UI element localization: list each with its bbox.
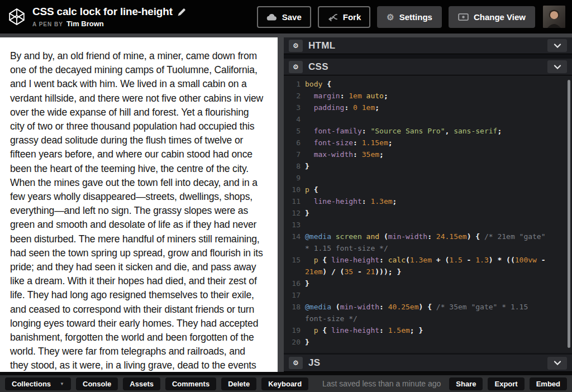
embed-button[interactable]: Embed [530, 377, 567, 390]
avatar[interactable] [543, 6, 565, 28]
line-content: max-width: 35em; [305, 149, 551, 160]
line-number: 20 [287, 336, 301, 348]
delete-button[interactable]: Delete [221, 377, 256, 390]
pen-title: CSS calc lock for line-height [32, 6, 173, 18]
line-number: 8 [287, 160, 301, 172]
panel-resize-handle[interactable] [278, 37, 284, 372]
line-content: @media screen and (min-width: 24.15em) {… [305, 231, 551, 254]
code-line[interactable]: 1body { [287, 78, 572, 90]
code-line[interactable]: 10p { [287, 184, 572, 195]
save-button[interactable]: Save [257, 6, 311, 28]
line-number: 12 [287, 207, 301, 219]
byline-prefix: A PEN BY [32, 21, 63, 27]
css-code[interactable]: 1body {2 margin: 1em auto;3 padding: 0 1… [284, 75, 572, 353]
line-number: 10 [287, 184, 301, 195]
console-button[interactable]: Console [76, 377, 118, 390]
collections-label: Collections [12, 380, 51, 388]
line-content: } [305, 207, 551, 219]
code-line[interactable]: 2 margin: 1em auto; [287, 90, 572, 102]
code-line[interactable]: 19 p { line-height: 1.5em; } [287, 324, 572, 336]
code-line[interactable]: 9 [287, 172, 572, 184]
line-number: 4 [287, 113, 301, 125]
gear-icon: ⚙ [387, 13, 394, 21]
line-content [305, 172, 551, 184]
view-icon [458, 13, 469, 21]
code-line[interactable]: 13 [287, 219, 572, 231]
line-number: 13 [287, 219, 301, 231]
byline: A PEN BY Tim Brown [32, 20, 186, 28]
edit-pencil-icon[interactable] [178, 8, 186, 16]
code-line[interactable]: 16} [287, 278, 572, 289]
html-settings-gear-icon[interactable]: ⚙ [289, 40, 303, 52]
share-button[interactable]: Share [449, 377, 483, 390]
html-collapse-button[interactable] [547, 39, 567, 52]
line-number: 15 [287, 254, 301, 278]
code-line[interactable]: 3 padding: 0 1em; [287, 102, 572, 113]
codepen-logo-icon[interactable] [8, 8, 26, 26]
fork-button-label: Fork [343, 12, 361, 22]
css-collapse-button[interactable] [547, 60, 567, 73]
code-line[interactable]: 12} [287, 207, 572, 219]
main-area: By and by, an old friend of mine, a mine… [0, 34, 572, 372]
export-button[interactable]: Export [488, 377, 524, 390]
line-content: p { line-height: 1.5em; } [305, 324, 551, 336]
line-number: 7 [287, 149, 301, 160]
js-editor-header: ⚙ JS [284, 355, 572, 372]
settings-button[interactable]: ⚙ Settings [377, 6, 442, 28]
code-line[interactable]: 5 font-family: "Source Sans Pro", sans-s… [287, 125, 572, 137]
code-line[interactable]: 15 p { line-height: calc(1.3em + (1.5 - … [287, 254, 572, 278]
code-line[interactable]: 7 max-width: 35em; [287, 149, 572, 160]
preview-paragraph: By and by, an old friend of mine, a mine… [10, 49, 265, 372]
line-content: } [305, 336, 551, 348]
line-content [305, 113, 551, 125]
line-number: 9 [287, 172, 301, 184]
line-content: body { [305, 78, 551, 90]
line-number: 17 [287, 289, 301, 301]
code-line[interactable]: 20} [287, 336, 572, 348]
keyboard-button[interactable]: Keyboard [261, 377, 308, 390]
line-content: } [305, 160, 551, 172]
js-collapse-button[interactable] [547, 357, 567, 370]
cloud-icon [266, 13, 277, 21]
code-line[interactable]: 4 [287, 113, 572, 125]
change-view-button[interactable]: Change View [449, 6, 535, 28]
footer-bar: Collections ▼ Console Assets Comments De… [0, 372, 572, 392]
collections-dropdown[interactable]: Collections ▼ [5, 377, 71, 390]
line-number: 1 [287, 78, 301, 90]
line-content [305, 289, 551, 301]
code-line[interactable]: 14@media screen and (min-width: 24.15em)… [287, 231, 572, 254]
change-view-button-label: Change View [474, 12, 526, 22]
code-line[interactable]: 18@media (min-width: 40.25em) { /* 35em … [287, 301, 572, 324]
line-content: font-size: 1.15em; [305, 137, 551, 149]
author-name[interactable]: Tim Brown [66, 20, 104, 28]
line-content: margin: 1em auto; [305, 90, 551, 102]
html-editor-label: HTML [308, 40, 335, 51]
code-line[interactable]: 8} [287, 160, 572, 172]
css-editor-header: ⚙ CSS [284, 59, 572, 75]
chevron-down-icon [554, 65, 561, 69]
line-content [305, 219, 551, 231]
css-editor-label: CSS [308, 61, 328, 73]
editors-column: ⚙ HTML ⚙ CSS 1body [284, 37, 572, 372]
line-number: 6 [287, 137, 301, 149]
assets-button[interactable]: Assets [123, 377, 160, 390]
comments-button[interactable]: Comments [165, 377, 216, 390]
caret-down-icon: ▼ [60, 381, 64, 386]
line-number: 18 [287, 301, 301, 324]
line-content: padding: 0 1em; [305, 102, 551, 113]
line-number: 14 [287, 231, 301, 254]
line-content: @media (min-width: 40.25em) { /* 35em "g… [305, 301, 551, 324]
editor-scrollbar[interactable] [568, 80, 570, 348]
code-line[interactable]: 11 line-height: 1.3em; [287, 195, 572, 207]
code-line[interactable]: 6 font-size: 1.15em; [287, 137, 572, 149]
chevron-down-icon [554, 361, 561, 365]
code-line[interactable]: 17 [287, 289, 572, 301]
top-header: CSS calc lock for line-height A PEN BY T… [0, 0, 572, 34]
js-settings-gear-icon[interactable]: ⚙ [289, 357, 303, 369]
js-editor-label: JS [308, 357, 320, 369]
title-block: CSS calc lock for line-height A PEN BY T… [32, 6, 186, 28]
css-settings-gear-icon[interactable]: ⚙ [289, 61, 303, 73]
fork-button[interactable]: Fork [318, 6, 371, 28]
settings-button-label: Settings [399, 12, 432, 22]
line-content: p { line-height: calc(1.3em + (1.5 - 1.3… [305, 254, 551, 278]
